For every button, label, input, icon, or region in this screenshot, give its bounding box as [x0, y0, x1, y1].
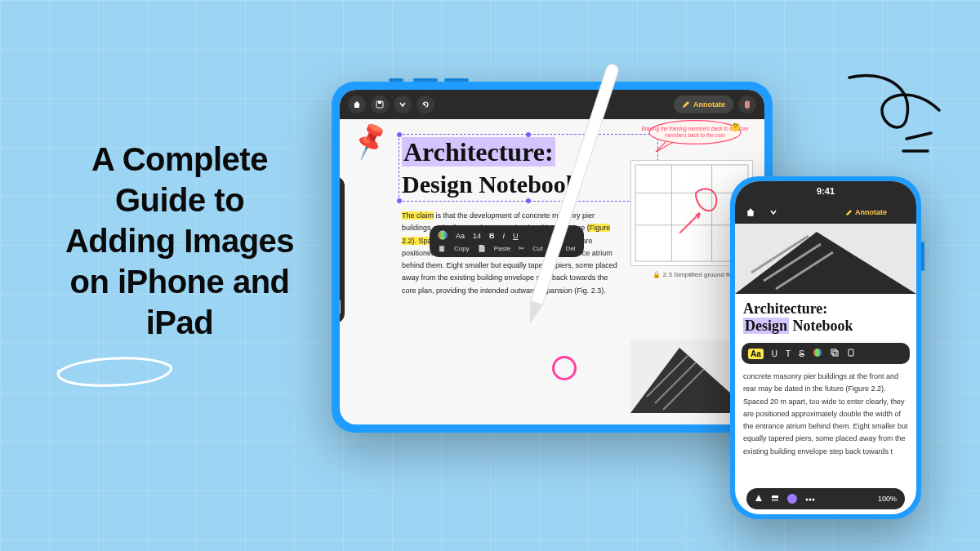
dropdown-button[interactable] [764, 203, 782, 221]
paste-icon: 📄 [478, 245, 486, 252]
doc-title-line1: Architecture: [743, 300, 908, 318]
copy-button[interactable] [831, 349, 839, 358]
hero-image [735, 224, 916, 294]
svg-point-31 [813, 499, 815, 501]
shape-tool-button[interactable] [755, 494, 763, 504]
iphone-screen: 9:41 Annotate [735, 181, 916, 514]
pink-marker-circle [552, 356, 577, 380]
svg-rect-1 [378, 101, 381, 104]
layers-button[interactable] [771, 494, 779, 504]
ipad-top-toolbar: Annotate [340, 90, 764, 119]
iphone-document-title[interactable]: Architecture: Design Notebook [735, 294, 916, 338]
iphone-top-toolbar: Annotate [735, 201, 916, 224]
zoom-level[interactable]: 100% [878, 495, 897, 503]
page-headline: A Complete Guide to Adding Images on iPh… [57, 139, 302, 343]
svg-point-29 [806, 499, 808, 501]
save-button[interactable] [371, 96, 389, 113]
svg-rect-28 [772, 499, 778, 501]
highlighted-text: The claim [402, 211, 434, 220]
ipad-hw-button [413, 78, 438, 82]
home-icon [353, 100, 361, 109]
svg-point-23 [813, 349, 822, 357]
color-wheel-icon [813, 348, 822, 358]
ipad-hw-button [389, 78, 403, 82]
svg-point-30 [809, 499, 812, 501]
copy-icon [831, 349, 839, 357]
home-button[interactable] [742, 203, 760, 221]
pencil-icon [682, 100, 690, 109]
home-button[interactable] [348, 96, 366, 113]
annotate-button[interactable]: Annotate [674, 96, 733, 113]
selection-box [399, 134, 658, 202]
svg-text:🤔: 🤔 [731, 122, 741, 132]
ipad-hw-button [444, 78, 469, 82]
status-time: 9:41 [817, 186, 835, 196]
underline-button[interactable]: U [772, 349, 777, 358]
chevron-down-icon [770, 209, 777, 216]
iphone-hw-button [921, 242, 924, 271]
annotate-label: Annotate [855, 208, 887, 216]
font-label[interactable]: Aa [456, 232, 465, 240]
ipad-sidebar-tools [340, 176, 345, 323]
italic-button[interactable]: I [503, 232, 506, 240]
headline-block: A Complete Guide to Adding Images on iPh… [57, 139, 302, 343]
cut-button[interactable]: Cut [532, 245, 542, 252]
svg-rect-26 [849, 349, 853, 356]
doc-title-notebook: Notebook [793, 318, 853, 334]
cut-icon: ✂ [519, 245, 524, 252]
iphone-device: 9:41 Annotate [730, 176, 921, 519]
color-swatch-icon[interactable] [438, 230, 448, 242]
clipboard-button[interactable] [847, 349, 855, 358]
text-button[interactable]: T [786, 349, 791, 358]
save-icon [376, 100, 384, 109]
hand-icon [896, 207, 906, 217]
paste-button[interactable]: Paste [494, 245, 510, 252]
document-title-block[interactable]: Architecture: Design Notebook [402, 137, 655, 198]
font-style-button[interactable]: Aa [748, 349, 764, 359]
copy-button[interactable]: Copy [454, 245, 470, 252]
iphone-text-toolbar: Aa U T S [742, 343, 910, 364]
color-picker-button[interactable] [813, 348, 822, 359]
iphone-bottom-toolbar: 100% [746, 488, 905, 509]
iphone-document-body[interactable]: concrete masonry pier buildings at the f… [735, 369, 916, 460]
annotation-speech-bubble: Bracing the framing members back to the … [634, 119, 756, 152]
svg-point-3 [439, 231, 447, 239]
svg-rect-27 [772, 495, 778, 498]
svg-text:members back to the core: members back to the core [665, 132, 725, 138]
hand-tool-button[interactable] [892, 203, 910, 221]
triangle-icon [755, 494, 763, 502]
doc-title-design: Design [743, 318, 789, 334]
tool-thickness[interactable] [340, 299, 341, 315]
layers-icon [771, 494, 779, 502]
annotate-label: Annotate [693, 100, 725, 109]
arrow-doodle [833, 69, 947, 167]
dots-icon [805, 498, 815, 501]
redo-icon [421, 100, 430, 109]
color-indicator[interactable] [787, 494, 797, 504]
chevron-down-icon [399, 101, 406, 108]
redo-button[interactable] [416, 96, 434, 113]
annotate-button[interactable]: Annotate [845, 208, 887, 216]
pushpin-icon: 📌 [348, 119, 391, 162]
svg-rect-24 [831, 349, 836, 354]
more-button[interactable] [805, 495, 815, 503]
dropdown-button[interactable] [394, 96, 412, 113]
hand-icon [742, 100, 752, 109]
font-size-value[interactable]: 14 [473, 232, 481, 240]
svg-rect-25 [833, 351, 838, 356]
iphone-status-bar: 9:41 [735, 181, 916, 201]
pencil-icon [845, 209, 853, 216]
clipboard-icon [847, 349, 855, 357]
strike-button[interactable]: S [799, 349, 804, 358]
bold-button[interactable]: B [489, 232, 495, 240]
hand-tool-button[interactable] [738, 96, 756, 113]
copy-icon: 📋 [438, 245, 446, 252]
home-icon [746, 207, 755, 217]
underline-button[interactable]: U [513, 232, 519, 240]
delete-button[interactable]: Del [566, 245, 576, 252]
